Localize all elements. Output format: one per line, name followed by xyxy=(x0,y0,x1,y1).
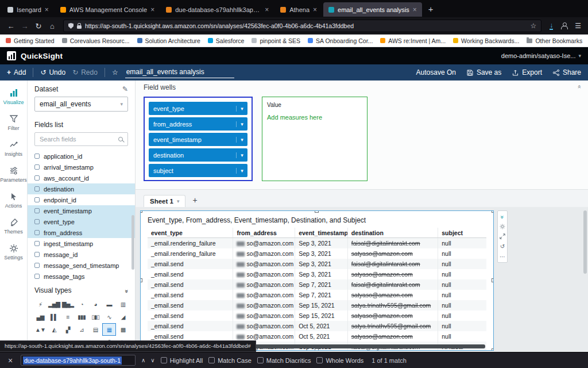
rail-item-actions[interactable]: Actions xyxy=(0,187,27,213)
find-next-icon[interactable]: ∨ xyxy=(150,357,154,363)
visual-type-icon[interactable]: ▬ xyxy=(102,298,116,310)
tab-close-icon[interactable]: × xyxy=(413,6,417,14)
field-item-message-send-timestamp[interactable]: message_send_timestamp xyxy=(28,260,135,271)
menu-icon[interactable]: ☰ xyxy=(575,22,581,30)
tracking-protection-icon[interactable] xyxy=(68,23,74,29)
rail-item-insights[interactable]: Insights xyxy=(0,136,27,162)
collapse-field-wells-icon[interactable]: » xyxy=(575,86,582,89)
quicksight-brand[interactable]: QuickSight xyxy=(21,52,63,60)
chevron-double-down-icon[interactable]: » xyxy=(124,289,130,292)
close-findbar-icon[interactable]: × xyxy=(6,356,15,365)
visual-type-icon[interactable]: ▌▌ xyxy=(47,310,61,323)
rail-item-filter[interactable]: Filter xyxy=(0,110,27,136)
visual-type-icon[interactable]: ⚡ xyxy=(33,298,47,310)
checkbox[interactable] xyxy=(316,357,323,363)
visual-type-icon[interactable]: ▤ xyxy=(88,323,102,336)
redo-button[interactable]: ↻Redo xyxy=(72,68,98,76)
field-item-application-id[interactable]: application_id xyxy=(28,151,135,162)
table-row[interactable]: _email.sendso@amazon.comSep 15, 2021saty… xyxy=(148,300,486,310)
well-pill-subject[interactable]: subject▾ xyxy=(149,164,247,177)
tab-isengard[interactable]: Isengard × xyxy=(2,2,54,17)
downloads-icon[interactable]: ↓ xyxy=(550,22,553,30)
match-case-option[interactable]: Match Case xyxy=(208,357,252,364)
reload-button[interactable]: ↻ xyxy=(32,22,45,30)
share-button[interactable]: Share xyxy=(552,68,581,76)
tab-athena[interactable]: Athena × xyxy=(275,2,322,17)
groupby-well[interactable]: event_type▾ from_address▾ event_timestam… xyxy=(144,97,253,181)
add-sheet-button[interactable]: + xyxy=(192,195,197,207)
new-tab-button[interactable]: + xyxy=(423,4,439,14)
field-item-event-timestamp[interactable]: event_timestamp xyxy=(28,205,135,216)
visual-type-icon[interactable]: ▩ xyxy=(116,323,130,336)
visual-type-icon[interactable]: ≡ xyxy=(61,310,75,323)
resize-handle[interactable] xyxy=(492,348,494,351)
find-input[interactable]: due-database-s79ahhllk3ap-south-1 xyxy=(21,355,136,366)
checkbox[interactable] xyxy=(161,357,167,363)
chevron-down-icon[interactable]: ▾ xyxy=(236,152,247,158)
home-button[interactable]: ⌂ xyxy=(46,22,59,30)
table-row[interactable]: _email.sendso@amazon.comSep 7, 2021satya… xyxy=(148,290,486,300)
rail-item-parameters[interactable]: Parameters xyxy=(0,162,27,187)
field-item-message-id[interactable]: message_id xyxy=(28,249,135,260)
visual-type-icon[interactable]: ▥ xyxy=(116,298,130,310)
resize-handle[interactable] xyxy=(140,278,142,282)
field-item-message-tags[interactable]: message_tags xyxy=(28,271,135,282)
save-as-button[interactable]: Save as xyxy=(466,68,501,76)
visual-type-icon[interactable]: ◕ xyxy=(88,298,102,310)
canvas-scrollbar[interactable] xyxy=(583,210,587,274)
well-pill-from-address[interactable]: from_address▾ xyxy=(149,117,247,131)
table-row[interactable]: _email.sendso@amazon.comSep 7, 2021faisa… xyxy=(148,279,486,290)
visual-type-icon[interactable]: ∿ xyxy=(102,310,116,323)
tab-close-icon[interactable]: × xyxy=(45,6,49,14)
table-row[interactable]: _email.sendso@amazon.comOct 5, 2021satya… xyxy=(148,321,486,331)
visual-type-icon[interactable]: ▇▅▂ xyxy=(61,298,75,310)
gear-icon[interactable] xyxy=(500,224,505,229)
dataset-select[interactable]: email_all_events ▾ xyxy=(34,97,128,112)
autosave-toggle[interactable]: Autosave On xyxy=(416,68,456,76)
collapse-visual-icon[interactable]: » xyxy=(500,216,506,218)
account-menu[interactable]: demo-admin/satyaso-Ise... ▾ xyxy=(501,52,581,59)
visual-type-icon[interactable]: ⊿ xyxy=(75,323,88,336)
resize-handle[interactable] xyxy=(492,278,494,282)
visual-type-icon[interactable]: ▄▆ xyxy=(33,310,47,323)
find-previous-icon[interactable]: ∧ xyxy=(141,357,145,363)
table-row[interactable]: _email.sendso@amazon.comSep 15, 2021saty… xyxy=(148,310,486,321)
back-button[interactable]: ← xyxy=(5,22,17,30)
well-pill-event-timestamp[interactable]: event_timestamp▾ xyxy=(149,133,247,146)
favorite-star-icon[interactable]: ☆ xyxy=(112,68,118,76)
reset-icon[interactable]: ↺ xyxy=(500,243,505,250)
edit-dataset-icon[interactable]: ✎ xyxy=(122,85,128,93)
search-fields-input[interactable]: Search fields xyxy=(34,132,128,146)
analysis-title-input[interactable]: email_all_events analysis xyxy=(125,67,234,78)
visual-type-icon[interactable]: ◔ xyxy=(75,298,88,310)
other-bookmarks[interactable]: Other Bookmarks xyxy=(527,37,582,44)
chevron-down-icon[interactable]: ▾ xyxy=(236,168,247,174)
column-header[interactable]: subject xyxy=(438,228,486,237)
chevron-down-icon[interactable]: ▾ xyxy=(236,137,247,143)
field-item-from-address[interactable]: from_address xyxy=(28,227,135,238)
chevron-down-icon[interactable]: ▾ xyxy=(177,198,180,204)
bookmark-item[interactable]: Salesforce xyxy=(208,37,245,44)
sheet-tab[interactable]: Sheet 1 ▾ xyxy=(144,195,185,207)
checkbox[interactable] xyxy=(208,357,215,363)
export-button[interactable]: Export xyxy=(512,68,542,76)
field-item-event-type[interactable]: event_type xyxy=(28,216,135,227)
bookmark-item[interactable]: SA Onboarding Cor... xyxy=(308,37,373,44)
highlight-all-option[interactable]: Highlight All xyxy=(161,357,203,364)
more-options-icon[interactable]: ⋯ xyxy=(500,254,505,260)
bookmark-item[interactable]: AWS re:Invent | Am... xyxy=(380,37,446,44)
bookmark-item[interactable]: Working Backwards... xyxy=(453,37,519,44)
maximize-icon[interactable] xyxy=(500,233,505,239)
well-pill-destination[interactable]: destination▾ xyxy=(149,148,247,162)
forward-button[interactable]: → xyxy=(18,22,31,30)
bookmark-item[interactable]: Corevalues Resourc... xyxy=(62,37,130,44)
visual-type-icon[interactable]: ◢ xyxy=(116,310,130,323)
table-row[interactable]: _email.rendering_failureso@amazon.comSep… xyxy=(148,238,486,248)
column-header[interactable]: event_type xyxy=(148,228,233,237)
tab-email-all-events-analysis[interactable]: email_all_events analysis × xyxy=(323,2,422,17)
rail-item-themes[interactable]: Themes xyxy=(0,213,27,239)
resize-handle[interactable] xyxy=(315,210,319,213)
column-header[interactable]: from_address xyxy=(233,228,295,237)
visual-type-icon[interactable]: ▞ xyxy=(61,323,75,336)
visual-type-icon[interactable]: ▮▮▮ xyxy=(75,310,88,323)
